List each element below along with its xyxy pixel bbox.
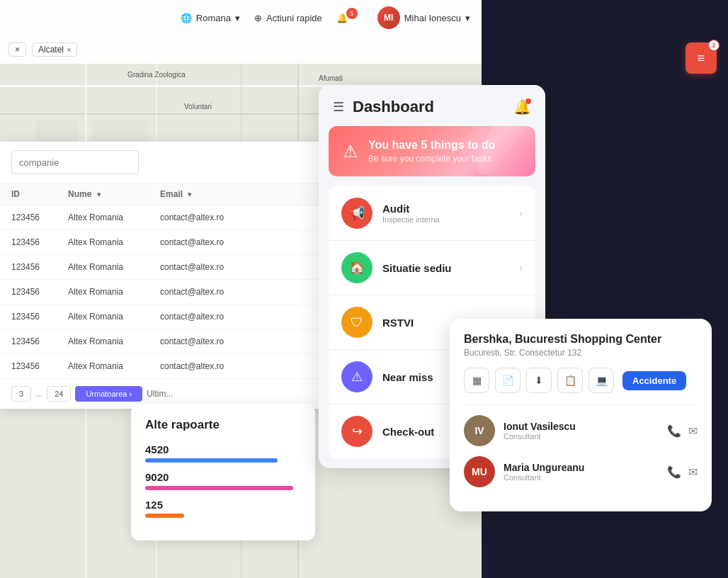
cell-name: Altex Romania	[68, 212, 160, 222]
stat-bar	[145, 458, 278, 463]
user-chevron: ▾	[465, 13, 470, 23]
filter-tag-close[interactable]: ×	[8, 42, 26, 57]
search-bar	[0, 142, 326, 183]
menu-item-sub: Inspectie interna	[382, 215, 509, 224]
quick-actions[interactable]: ⊕ Actiuni rapide	[254, 13, 322, 23]
alert-banner[interactable]: ⚠ You have 5 things to do Be sure you co…	[329, 126, 535, 176]
cell-name: Altex Romania	[68, 336, 160, 346]
stat-number: 9020	[145, 471, 301, 483]
person-actions: 📞 ✉	[667, 465, 698, 479]
menu-item-icon: ↪	[341, 416, 372, 447]
language-chevron: ▾	[235, 13, 240, 23]
notifications[interactable]: 🔔 5	[336, 12, 363, 23]
icon-symbol: ↪	[352, 424, 363, 439]
phone-icon[interactable]: 📞	[667, 465, 681, 479]
cell-id: 123456	[11, 262, 68, 272]
dashboard-title: Dashboard	[353, 98, 505, 116]
page-last-label: Ultim...	[147, 389, 173, 399]
sort-email-icon: ▾	[188, 191, 191, 198]
cell-name: Altex Romania	[68, 312, 160, 322]
search-input[interactable]	[11, 150, 139, 174]
contact-persons: IV Ionut Vasilescu Consultant 📞 ✉ MU Mar…	[464, 415, 698, 487]
map-label-zoo: Gradina Zoologica	[127, 71, 186, 79]
cell-id: 123456	[11, 287, 68, 297]
cell-email: contact@altex.ro	[160, 212, 302, 222]
stat-bar	[145, 486, 293, 490]
stat-items: 4520 9020 125	[145, 443, 301, 518]
user-avatar: MI	[377, 6, 400, 29]
avatar-initials: MU	[464, 456, 495, 487]
cell-name: Altex Romania	[68, 237, 160, 247]
table-row[interactable]: 123456 Altex Romania contact@altex.ro	[0, 230, 326, 255]
action-btn-1[interactable]: ▦	[464, 368, 489, 393]
stat-item: 9020	[145, 471, 301, 490]
fab-action-button[interactable]: ≡ 2	[686, 42, 717, 74]
icon-symbol: 🏠	[349, 260, 365, 276]
cell-email: contact@altex.ro	[160, 312, 302, 322]
user-menu[interactable]: MI Mihai Ionescu ▾	[377, 6, 470, 29]
action-btn-3[interactable]: ⬇	[526, 368, 552, 393]
accidente-button[interactable]: Accidente	[622, 371, 686, 390]
file-icon: 📄	[502, 375, 514, 386]
person-name: Ionut Vasilescu	[504, 421, 659, 432]
action-btn-5[interactable]: 💻	[588, 368, 614, 393]
location-title: Bershka, Bucuresti Shopping Center	[464, 333, 698, 346]
clipboard-icon: 📋	[564, 375, 576, 386]
tablet-icon: 💻	[596, 375, 608, 386]
person-avatar: MU	[464, 456, 495, 487]
plus-circle-icon: ⊕	[254, 13, 262, 23]
close-icon: ×	[15, 45, 20, 55]
table-row[interactable]: 123456 Altex Romania contact@altex.ro	[0, 354, 326, 379]
page-btn-1[interactable]: 3	[11, 386, 31, 402]
email-icon[interactable]: ✉	[688, 465, 698, 479]
phone-icon[interactable]: 📞	[667, 424, 681, 438]
table-row[interactable]: 123456 Altex Romania contact@altex.ro	[0, 255, 326, 280]
icon-symbol: 📢	[349, 205, 365, 221]
menu-icon[interactable]: ☰	[333, 99, 344, 115]
cell-id: 123456	[11, 237, 68, 247]
menu-item-situatie-sediu[interactable]: 🏠 Situatie sediu ›	[329, 241, 535, 295]
col-header-name[interactable]: Nume ▾	[68, 189, 160, 199]
table-row[interactable]: 123456 Altex Romania contact@altex.ro	[0, 280, 326, 305]
cell-email: contact@altex.ro	[160, 361, 302, 371]
cell-name: Altex Romania	[68, 287, 160, 297]
contact-person: MU Maria Ungureanu Consultant 📞 ✉	[464, 456, 698, 487]
email-icon[interactable]: ✉	[688, 424, 698, 438]
fab-badge: 2	[708, 40, 720, 51]
table-row[interactable]: 123456 Altex Romania contact@altex.ro	[0, 305, 326, 329]
grid-icon: ▦	[472, 375, 482, 386]
table-row[interactable]: 123456 Altex Romania contact@altex.ro	[0, 329, 326, 354]
filter-close-icon[interactable]: ×	[67, 45, 71, 54]
cell-id: 123456	[11, 361, 68, 371]
col-header-email[interactable]: Email ▾	[160, 189, 302, 199]
alert-triangle-icon: ⚠	[343, 142, 358, 162]
table-row[interactable]: 123456 Altex Romania contact@altex.ro	[0, 205, 326, 230]
hamburger-icon: ≡	[698, 51, 705, 66]
dashboard-bell[interactable]: 🔔	[513, 98, 531, 115]
cell-name: Altex Romania	[68, 262, 160, 272]
menu-item-title: Situatie sediu	[382, 262, 509, 274]
cell-email: contact@altex.ro	[160, 336, 302, 346]
person-actions: 📞 ✉	[667, 424, 698, 438]
icon-symbol: 🛡	[351, 315, 363, 330]
divider	[464, 404, 698, 405]
stat-bar	[145, 514, 184, 518]
globe-icon: 🌐	[181, 13, 192, 23]
action-btn-2[interactable]: 📄	[495, 368, 521, 393]
language-label: Romana	[196, 13, 231, 23]
contact-person: IV Ionut Vasilescu Consultant 📞 ✉	[464, 415, 698, 446]
page-btn-24[interactable]: 24	[47, 386, 71, 402]
language-selector[interactable]: 🌐 Romana ▾	[181, 13, 240, 23]
map-label-voluntari: Voluntari	[184, 103, 212, 110]
avatar-initials: IV	[464, 415, 495, 446]
menu-item-title: Audit	[382, 203, 509, 215]
cell-id: 123456	[11, 212, 68, 222]
filter-tag-alcatel[interactable]: Alcatel ×	[32, 42, 77, 57]
menu-item-audit[interactable]: 📢 Audit Inspectie interna ›	[329, 186, 535, 241]
stat-item: 4520	[145, 443, 301, 463]
cell-email: contact@altex.ro	[160, 237, 302, 247]
action-btn-4[interactable]: 📋	[557, 368, 583, 393]
page-btn-next[interactable]: Urmatoarea ›	[75, 386, 142, 402]
stat-number: 125	[145, 499, 301, 511]
menu-item-icon: 🛡	[341, 307, 372, 338]
